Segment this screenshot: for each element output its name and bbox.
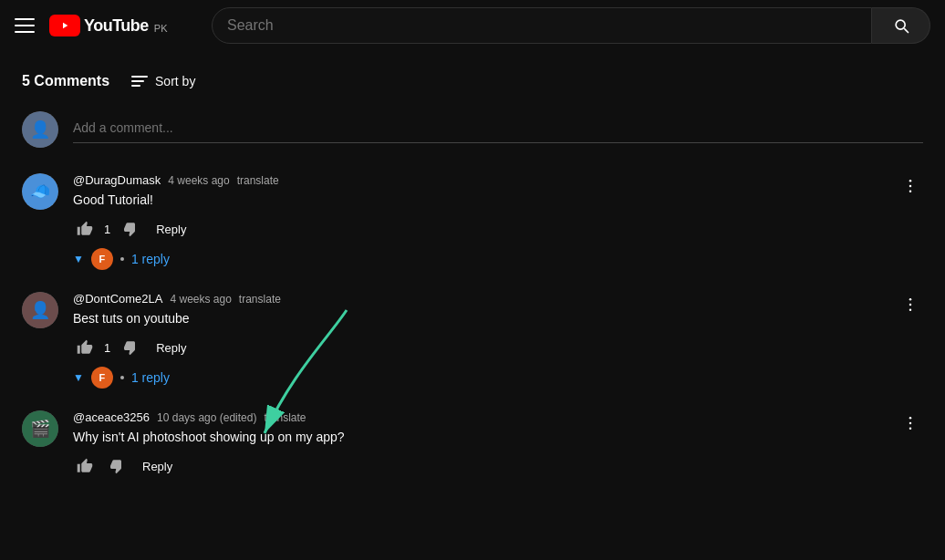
dislike-button[interactable] — [118, 217, 141, 241]
dot-separator — [120, 257, 124, 261]
thumbs-up-icon — [77, 458, 93, 474]
like-button[interactable] — [73, 217, 97, 241]
thumbs-down-icon — [121, 221, 138, 237]
comment-avatar-img: 🎬 — [22, 410, 58, 447]
svg-point-2 — [909, 185, 912, 188]
comment-avatar-img: 👤 — [22, 292, 58, 328]
more-vert-icon — [901, 296, 919, 314]
replies-count-label[interactable]: 1 reply — [131, 252, 170, 266]
svg-point-4 — [909, 298, 912, 301]
chevron-down-icon: ▼ — [73, 253, 84, 265]
comment-time: 4 weeks ago — [168, 174, 229, 187]
youtube-play-icon — [57, 18, 72, 33]
reply-button[interactable]: Reply — [149, 337, 193, 358]
like-count: 1 — [104, 223, 110, 236]
comment-text: Best tuts on youtube — [73, 309, 923, 328]
comment-actions: 1 Reply — [73, 336, 923, 359]
search-input-wrap — [212, 7, 872, 44]
reply-button[interactable]: Reply — [135, 456, 180, 477]
search-input[interactable] — [227, 17, 857, 34]
comment-meta: @DontCome2LA 4 weeks ago translate — [73, 292, 923, 306]
current-user-avatar: 👤 — [22, 111, 58, 148]
header: YouTubePK — [0, 0, 945, 51]
search-icon — [892, 16, 910, 35]
comment-body: @aceace3256 10 days ago (edited) transla… — [73, 410, 923, 478]
svg-point-9 — [909, 428, 912, 430]
more-options-button[interactable] — [898, 292, 923, 320]
reply-avatar-small: F — [91, 248, 113, 270]
youtube-logo[interactable]: YouTubePK — [49, 15, 168, 36]
comment-translate[interactable]: translate — [264, 411, 306, 424]
comment-text: Good Tutorial! — [73, 191, 923, 210]
comment-author: @aceace3256 — [73, 410, 150, 424]
expand-replies-button[interactable]: ▼ — [73, 371, 84, 384]
add-comment-input[interactable] — [73, 117, 923, 143]
comment-time: 10 days ago (edited) — [157, 411, 256, 424]
avatar: 🎬 — [22, 410, 58, 447]
logo-text: YouTube — [84, 16, 149, 36]
comment-meta: @aceace3256 10 days ago (edited) transla… — [73, 410, 923, 424]
current-user-avatar-img: 👤 — [22, 111, 58, 148]
svg-marker-0 — [63, 23, 68, 29]
reply-avatar-small: F — [91, 367, 113, 389]
replies-row: ▼ F 1 reply — [73, 367, 923, 389]
thumbs-up-icon — [77, 339, 93, 356]
comment-text: Why isn't AI photoshoot showing up on my… — [73, 428, 923, 447]
comment-translate[interactable]: translate — [237, 174, 279, 187]
sort-by-button[interactable]: Sort by — [131, 74, 195, 88]
table-row: 🧢 @DuragDumask 4 weeks ago translate Goo… — [22, 173, 923, 270]
hamburger-menu[interactable] — [15, 18, 35, 33]
more-vert-icon — [901, 177, 919, 195]
comments-header: 5 Comments Sort by — [22, 73, 923, 89]
dislike-button[interactable] — [104, 454, 128, 478]
thumbs-down-icon — [108, 458, 124, 474]
comment-actions: Reply — [73, 454, 923, 478]
table-row: 🎬 @aceace3256 10 days ago (edited) trans… — [22, 410, 923, 478]
comment-body: @DontCome2LA 4 weeks ago translate Best … — [73, 292, 923, 389]
more-options-button[interactable] — [898, 410, 923, 439]
comment-avatar-img: 🧢 — [22, 173, 58, 210]
sort-by-label: Sort by — [155, 74, 195, 88]
like-count: 1 — [104, 341, 110, 355]
reply-button[interactable]: Reply — [149, 219, 193, 240]
expand-replies-button[interactable]: ▼ — [73, 253, 84, 265]
avatar: 👤 — [22, 292, 58, 328]
svg-point-6 — [909, 309, 912, 312]
youtube-icon — [49, 15, 80, 36]
comments-count: 5 Comments — [22, 73, 109, 89]
svg-point-7 — [909, 417, 912, 420]
chevron-down-icon: ▼ — [73, 371, 84, 384]
thumbs-up-icon — [77, 221, 93, 237]
comment-author: @DuragDumask — [73, 173, 161, 187]
comment-meta: @DuragDumask 4 weeks ago translate — [73, 173, 923, 187]
thumbs-down-icon — [121, 339, 138, 356]
comment-body: @DuragDumask 4 weeks ago translate Good … — [73, 173, 923, 270]
sort-icon — [131, 76, 148, 87]
comment-author: @DontCome2LA — [73, 292, 162, 306]
more-options-button[interactable] — [898, 173, 923, 202]
svg-point-3 — [909, 191, 912, 193]
like-button[interactable] — [73, 336, 97, 359]
search-bar — [212, 7, 930, 44]
replies-row: ▼ F 1 reply — [73, 248, 923, 270]
add-comment-row: 👤 — [22, 111, 923, 148]
comment-actions: 1 Reply — [73, 217, 923, 241]
main-content: 5 Comments Sort by 👤 🧢 @DuragDumask 4 we… — [0, 51, 945, 478]
svg-point-1 — [909, 180, 912, 182]
dislike-button[interactable] — [118, 336, 141, 359]
avatar: 🧢 — [22, 173, 58, 210]
comment-translate[interactable]: translate — [239, 293, 281, 306]
replies-count-label[interactable]: 1 reply — [131, 370, 170, 385]
like-button[interactable] — [73, 454, 97, 478]
svg-point-5 — [909, 304, 912, 306]
dot-separator — [120, 376, 124, 379]
comment-time: 4 weeks ago — [170, 293, 231, 306]
search-button[interactable] — [872, 7, 930, 44]
svg-point-8 — [909, 422, 912, 425]
header-left: YouTubePK — [15, 15, 197, 36]
table-row: 👤 @DontCome2LA 4 weeks ago translate Bes… — [22, 292, 923, 389]
logo-country: PK — [154, 23, 168, 34]
more-vert-icon — [901, 414, 919, 432]
